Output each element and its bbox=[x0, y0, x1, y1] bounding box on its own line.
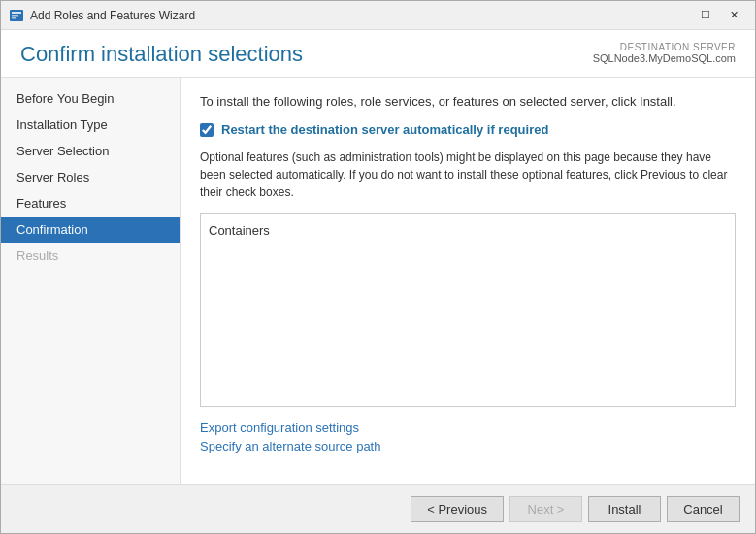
sidebar-item-features[interactable]: Features bbox=[1, 190, 180, 217]
destination-server-info: DESTINATION SERVER SQLNode3.MyDemoSQL.co… bbox=[593, 42, 736, 64]
restart-checkbox-label[interactable]: Restart the destination server automatic… bbox=[221, 122, 548, 137]
sidebar-item-server-selection[interactable]: Server Selection bbox=[1, 138, 180, 164]
page-title: Confirm installation selections bbox=[20, 42, 303, 67]
svg-rect-2 bbox=[12, 15, 18, 17]
cancel-button[interactable]: Cancel bbox=[667, 496, 740, 522]
alternate-source-link[interactable]: Specify an alternate source path bbox=[200, 439, 736, 453]
main-content: To install the following roles, role ser… bbox=[181, 78, 755, 484]
sidebar-item-server-roles[interactable]: Server Roles bbox=[1, 164, 180, 190]
sidebar-item-before-you-begin[interactable]: Before You Begin bbox=[1, 85, 180, 112]
intro-text: To install the following roles, role ser… bbox=[200, 93, 736, 111]
titlebar: Add Roles and Features Wizard — ☐ ✕ bbox=[1, 1, 755, 30]
content-area: Before You Begin Installation Type Serve… bbox=[1, 78, 755, 484]
export-config-link[interactable]: Export configuration settings bbox=[200, 420, 736, 435]
maximize-button[interactable]: ☐ bbox=[692, 6, 719, 25]
install-button[interactable]: Install bbox=[588, 496, 661, 522]
previous-button[interactable]: < Previous bbox=[411, 496, 504, 522]
app-icon bbox=[9, 8, 24, 23]
feature-item-containers: Containers bbox=[209, 221, 727, 240]
sidebar-item-results: Results bbox=[1, 243, 180, 269]
link-row: Export configuration settings Specify an… bbox=[200, 420, 736, 453]
sidebar-item-confirmation[interactable]: Confirmation bbox=[1, 217, 180, 243]
dest-server-name: SQLNode3.MyDemoSQL.com bbox=[593, 52, 736, 64]
minimize-button[interactable]: — bbox=[664, 6, 691, 25]
footer: < Previous Next > Install Cancel bbox=[1, 484, 755, 533]
optional-text: Optional features (such as administratio… bbox=[200, 149, 736, 201]
sidebar: Before You Begin Installation Type Serve… bbox=[1, 78, 181, 484]
window: Add Roles and Features Wizard — ☐ ✕ Conf… bbox=[0, 0, 756, 534]
close-button[interactable]: ✕ bbox=[720, 6, 747, 25]
restart-checkbox[interactable] bbox=[200, 123, 214, 137]
svg-rect-1 bbox=[12, 12, 21, 14]
window-controls: — ☐ ✕ bbox=[664, 6, 747, 25]
dest-server-label: DESTINATION SERVER bbox=[593, 42, 736, 52]
next-button[interactable]: Next > bbox=[509, 496, 582, 522]
sidebar-item-installation-type[interactable]: Installation Type bbox=[1, 112, 180, 138]
window-title: Add Roles and Features Wizard bbox=[30, 9, 664, 22]
features-box: Containers bbox=[200, 213, 736, 407]
header: Confirm installation selections DESTINAT… bbox=[1, 30, 755, 78]
svg-rect-3 bbox=[12, 17, 16, 19]
restart-checkbox-row[interactable]: Restart the destination server automatic… bbox=[200, 122, 736, 137]
